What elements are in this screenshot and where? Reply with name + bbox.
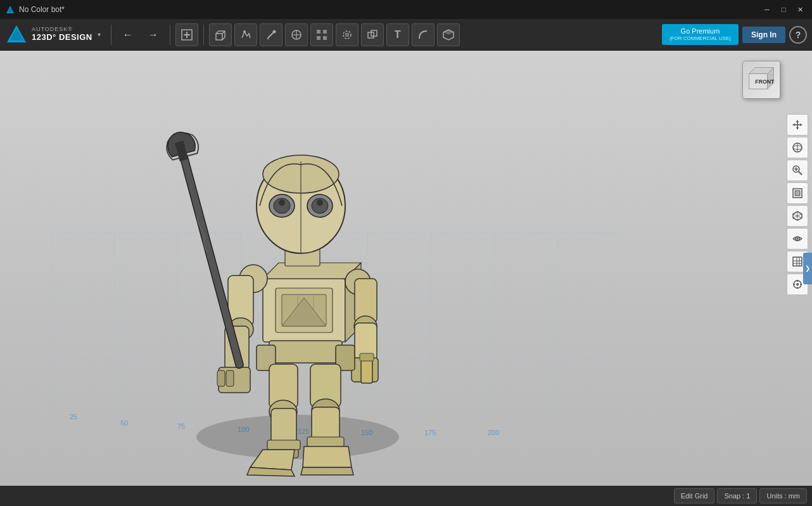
maximize-button[interactable]: □ bbox=[777, 3, 790, 16]
title-bar: No Color bot* ─ □ ✕ bbox=[0, 0, 812, 19]
minimize-button[interactable]: ─ bbox=[760, 3, 774, 16]
pattern-icon bbox=[315, 28, 328, 41]
window-controls: ─ □ ✕ bbox=[760, 3, 807, 16]
svg-rect-23 bbox=[345, 33, 349, 37]
svg-rect-104 bbox=[795, 191, 800, 196]
zoom-icon bbox=[792, 165, 803, 176]
boolean-button[interactable] bbox=[361, 23, 384, 46]
logo-dropdown-icon[interactable]: ▾ bbox=[98, 31, 101, 38]
svg-rect-75 bbox=[269, 341, 342, 363]
viewport[interactable]: 25 50 75 100 125 150 175 200 25 50 75 10… bbox=[0, 51, 812, 486]
toolbar-right: Go Premium (FOR COMMERCIAL USE) Sign In … bbox=[662, 24, 807, 45]
edit-grid-button[interactable]: Edit Grid bbox=[674, 488, 715, 503]
svg-rect-87 bbox=[307, 437, 344, 447]
logo-text: AUTODESK® 123D° DESIGN bbox=[32, 27, 92, 42]
pan-button[interactable] bbox=[787, 114, 808, 136]
forward-button[interactable]: → bbox=[142, 23, 165, 46]
svg-rect-82 bbox=[267, 440, 300, 450]
svg-text:FRONT: FRONT bbox=[755, 79, 775, 85]
premium-sub: (FOR COMMERCIAL USE) bbox=[669, 35, 731, 42]
fillet-button[interactable] bbox=[412, 23, 435, 46]
svg-marker-92 bbox=[796, 120, 799, 122]
view-cube-face[interactable]: FRONT bbox=[742, 61, 780, 99]
fit-icon bbox=[792, 187, 803, 199]
grid-icon bbox=[792, 256, 803, 267]
svg-point-14 bbox=[272, 30, 276, 33]
pan-icon bbox=[792, 119, 803, 130]
eye-icon bbox=[792, 233, 803, 244]
transform-icon bbox=[290, 28, 303, 41]
robot-model[interactable] bbox=[95, 82, 507, 481]
toolbar: AUTODESK® 123D° DESIGN ▾ ← → bbox=[0, 19, 812, 51]
product-label: 123D° DESIGN bbox=[32, 33, 92, 42]
svg-rect-18 bbox=[317, 30, 320, 34]
svg-point-117 bbox=[796, 283, 799, 286]
svg-rect-66 bbox=[179, 153, 244, 369]
premium-label: Go Premium bbox=[681, 27, 720, 35]
back-button[interactable]: ← bbox=[117, 23, 139, 46]
svg-point-110 bbox=[797, 238, 799, 240]
statusbar: Edit Grid Snap : 1 Units : mm bbox=[0, 486, 812, 506]
units-button[interactable]: Units : mm bbox=[759, 488, 807, 503]
svg-rect-21 bbox=[323, 36, 327, 40]
material-icon bbox=[442, 28, 455, 41]
primitives-button[interactable] bbox=[209, 23, 232, 46]
left-arm-group bbox=[163, 128, 267, 393]
svg-line-100 bbox=[799, 172, 802, 175]
autodesk-logo-icon bbox=[5, 23, 28, 46]
svg-rect-74 bbox=[360, 353, 374, 361]
right-panel-handle[interactable]: ❯ bbox=[803, 253, 812, 284]
new-button[interactable] bbox=[175, 23, 198, 46]
group-button[interactable] bbox=[336, 23, 358, 46]
view-cube-icon: FRONT bbox=[743, 61, 780, 99]
svg-marker-93 bbox=[796, 127, 799, 130]
sketch-button[interactable] bbox=[234, 23, 257, 46]
window-title: No Color bot* bbox=[19, 5, 760, 14]
view3d-icon bbox=[792, 210, 803, 222]
svg-rect-7 bbox=[216, 34, 222, 40]
pattern-button[interactable] bbox=[310, 23, 333, 46]
help-button[interactable]: ? bbox=[789, 26, 807, 44]
svg-point-58 bbox=[317, 199, 323, 206]
boolean-icon bbox=[366, 28, 379, 41]
app-icon bbox=[5, 4, 15, 15]
sketch-icon bbox=[239, 28, 252, 41]
svg-marker-94 bbox=[792, 123, 795, 126]
svg-rect-65 bbox=[226, 370, 234, 386]
snap-icon bbox=[792, 279, 803, 290]
text-icon: T bbox=[395, 29, 401, 41]
fillet-icon bbox=[417, 28, 429, 41]
svg-point-13 bbox=[243, 30, 246, 33]
svg-rect-19 bbox=[323, 30, 327, 34]
premium-button[interactable]: Go Premium (FOR COMMERCIAL USE) bbox=[662, 24, 739, 45]
view-cube[interactable]: FRONT bbox=[742, 61, 780, 99]
close-button[interactable]: ✕ bbox=[793, 3, 807, 16]
fit-button[interactable] bbox=[787, 182, 808, 204]
modify-button[interactable] bbox=[260, 23, 282, 46]
group-icon bbox=[341, 28, 353, 41]
divider-2 bbox=[170, 25, 170, 45]
zoom-button[interactable] bbox=[787, 160, 808, 181]
chevron-right-icon: ❯ bbox=[805, 265, 810, 272]
logo-area[interactable]: AUTODESK® 123D° DESIGN ▾ bbox=[5, 23, 101, 46]
head-group bbox=[257, 155, 345, 266]
transform-button[interactable] bbox=[285, 23, 308, 46]
snap-status-button[interactable]: Snap : 1 bbox=[717, 488, 757, 503]
svg-rect-64 bbox=[217, 370, 225, 386]
text-button[interactable]: T bbox=[386, 23, 409, 46]
svg-rect-111 bbox=[793, 257, 802, 266]
torso-group bbox=[263, 263, 361, 342]
modify-icon bbox=[265, 28, 277, 41]
orbit-icon bbox=[792, 142, 803, 153]
orbit-button[interactable] bbox=[787, 137, 808, 158]
new-icon bbox=[181, 28, 193, 41]
signin-button[interactable]: Sign In bbox=[742, 27, 785, 43]
divider-3 bbox=[203, 25, 204, 45]
material-button[interactable] bbox=[437, 23, 460, 46]
divider-1 bbox=[111, 25, 111, 45]
svg-point-55 bbox=[279, 199, 285, 206]
visibility-button[interactable] bbox=[787, 228, 808, 250]
view3d-button[interactable] bbox=[787, 205, 808, 227]
svg-marker-95 bbox=[800, 123, 802, 126]
svg-rect-20 bbox=[317, 36, 320, 40]
